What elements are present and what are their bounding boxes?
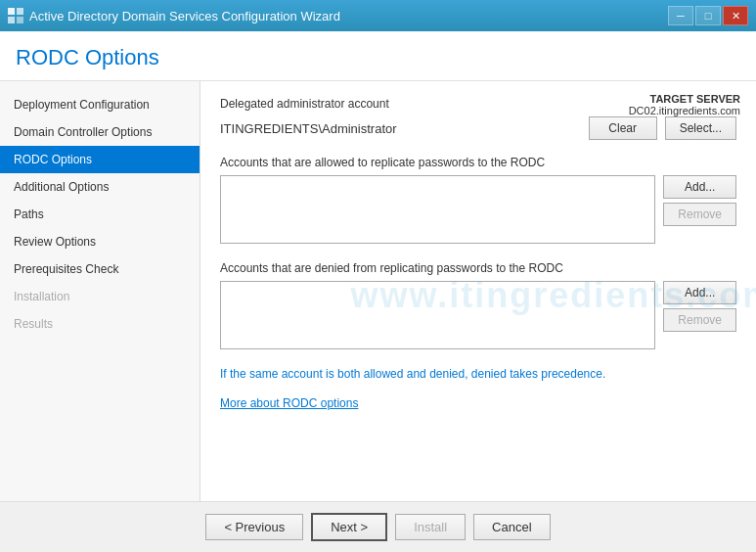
sidebar-item-installation: Installation — [0, 283, 200, 310]
target-server-label: TARGET SERVER — [629, 93, 740, 105]
page-title: RODC Options — [16, 45, 740, 70]
allowed-accounts-label: Accounts that are allowed to replicate p… — [220, 156, 736, 169]
denied-add-button[interactable]: Add... — [663, 281, 736, 304]
allowed-accounts-row: Add... Remove — [220, 175, 736, 248]
denied-remove-button[interactable]: Remove — [663, 308, 736, 332]
sidebar-item-results: Results — [0, 310, 200, 338]
sidebar-item-rodc-options[interactable]: RODC Options — [0, 146, 200, 173]
title-bar: Active Directory Domain Services Configu… — [0, 0, 756, 31]
maximize-button[interactable]: □ — [695, 6, 721, 25]
main-container: RODC Options Deployment Configuration Do… — [0, 31, 756, 552]
allowed-accounts-box-container — [220, 175, 655, 248]
info-text: If the same account is both allowed and … — [220, 367, 736, 381]
sidebar: Deployment Configuration Domain Controll… — [0, 81, 200, 501]
svg-rect-0 — [8, 8, 15, 15]
target-server-info: TARGET SERVER DC02.itingredients.com — [629, 93, 740, 116]
allowed-remove-button[interactable]: Remove — [663, 203, 736, 226]
denied-accounts-row: Add... Remove — [220, 281, 736, 353]
allowed-add-button[interactable]: Add... — [663, 175, 736, 199]
select-button[interactable]: Select... — [665, 116, 736, 140]
admin-account-value: ITINGREDIENTS\Administrator — [220, 117, 581, 140]
target-server-value: DC02.itingredients.com — [629, 105, 740, 116]
sidebar-item-deployment[interactable]: Deployment Configuration — [0, 91, 200, 118]
clear-button[interactable]: Clear — [589, 116, 657, 140]
sidebar-item-prereq-check[interactable]: Prerequisites Check — [0, 255, 200, 283]
next-button[interactable]: Next > — [311, 513, 387, 541]
denied-accounts-box — [220, 281, 655, 349]
install-button[interactable]: Install — [395, 514, 466, 540]
svg-rect-3 — [17, 17, 23, 23]
admin-account-row: ITINGREDIENTS\Administrator Clear Select… — [220, 116, 736, 140]
cancel-button[interactable]: Cancel — [473, 514, 550, 540]
close-button[interactable]: ✕ — [723, 6, 748, 25]
denied-accounts-label: Accounts that are denied from replicatin… — [220, 261, 736, 275]
sidebar-item-paths[interactable]: Paths — [0, 201, 200, 228]
minimize-button[interactable]: ─ — [668, 6, 693, 25]
page-header: RODC Options — [0, 31, 756, 81]
svg-rect-2 — [8, 17, 15, 23]
app-icon — [8, 8, 23, 23]
svg-rect-1 — [17, 8, 23, 15]
window-title: Active Directory Domain Services Configu… — [29, 9, 340, 23]
more-about-rodc-link[interactable]: More about RODC options — [220, 396, 736, 410]
allowed-accounts-actions: Add... Remove — [663, 175, 736, 226]
allowed-accounts-box — [220, 175, 655, 244]
previous-button[interactable]: < Previous — [205, 514, 303, 540]
main-content: TARGET SERVER DC02.itingredients.com Del… — [200, 81, 756, 501]
footer: < Previous Next > Install Cancel — [0, 501, 756, 552]
denied-accounts-box-container — [220, 281, 655, 353]
title-bar-left: Active Directory Domain Services Configu… — [8, 8, 340, 23]
content-area: Deployment Configuration Domain Controll… — [0, 81, 756, 501]
denied-accounts-actions: Add... Remove — [663, 281, 736, 332]
sidebar-item-dc-options[interactable]: Domain Controller Options — [0, 118, 200, 146]
sidebar-item-review-options[interactable]: Review Options — [0, 228, 200, 255]
window-controls: ─ □ ✕ — [668, 6, 748, 25]
sidebar-item-additional-options[interactable]: Additional Options — [0, 173, 200, 201]
